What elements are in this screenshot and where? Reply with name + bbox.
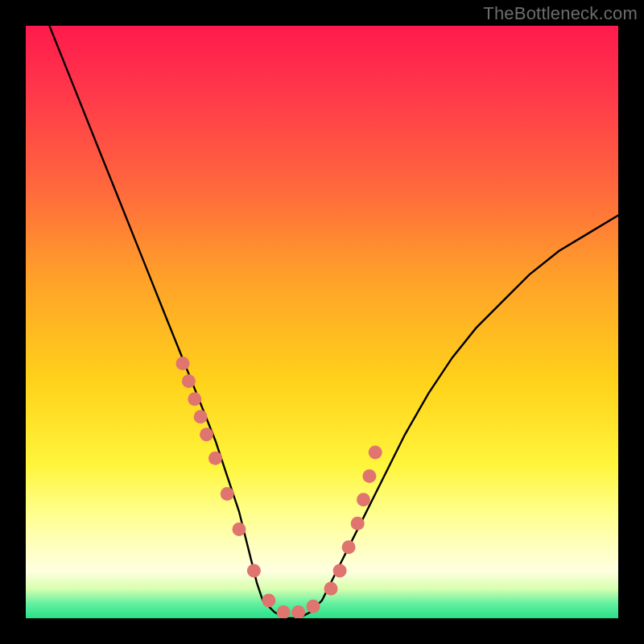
- marker-dot: [262, 593, 275, 607]
- watermark-text: TheBottleneck.com: [483, 3, 638, 24]
- marker-dot: [342, 540, 356, 554]
- marker-dot: [333, 564, 347, 578]
- marker-dot: [362, 469, 376, 483]
- marker-dot: [208, 452, 222, 465]
- marker-dot: [369, 445, 382, 459]
- marker-dot: [194, 410, 208, 423]
- marker-dot: [307, 600, 320, 613]
- marker-dot: [182, 374, 196, 388]
- marker-dot: [357, 493, 370, 506]
- marker-dot: [291, 605, 305, 618]
- marker-dot: [188, 392, 201, 406]
- curve-layer: [26, 26, 618, 618]
- marker-dot: [176, 357, 190, 370]
- marker-dot: [233, 522, 246, 536]
- highlight-markers: [176, 357, 382, 618]
- marker-dot: [351, 517, 365, 530]
- plot-area: [26, 26, 618, 618]
- bottleneck-curve-tail: [357, 216, 618, 530]
- chart-frame: TheBottleneck.com: [0, 0, 644, 644]
- marker-dot: [200, 427, 213, 441]
- bottleneck-curve: [26, 26, 618, 618]
- marker-dot: [221, 487, 234, 501]
- marker-dot: [324, 582, 338, 596]
- marker-dot: [277, 605, 291, 618]
- marker-dot: [247, 564, 261, 578]
- bottleneck-curve-path: [26, 26, 618, 618]
